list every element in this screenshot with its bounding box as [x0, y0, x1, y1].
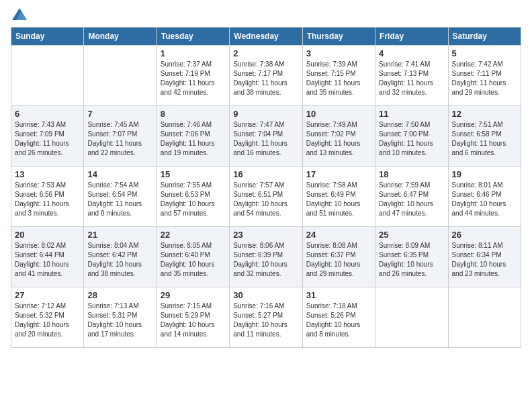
day-info: Sunrise: 7:58 AMSunset: 6:49 PMDaylight:… [306, 181, 371, 218]
day-info: Sunrise: 8:01 AMSunset: 6:46 PMDaylight:… [452, 181, 517, 218]
calendar-day-cell: 3Sunrise: 7:39 AMSunset: 7:15 PMDaylight… [302, 46, 375, 106]
calendar-day-cell: 14Sunrise: 7:54 AMSunset: 6:54 PMDayligh… [84, 167, 157, 227]
day-number: 28 [87, 290, 152, 300]
day-info: Sunrise: 7:59 AMSunset: 6:47 PMDaylight:… [379, 181, 444, 218]
calendar-day-cell: 28Sunrise: 7:13 AMSunset: 5:31 PMDayligh… [84, 287, 157, 348]
day-number: 22 [161, 230, 226, 240]
calendar-day-cell: 25Sunrise: 8:09 AMSunset: 6:35 PMDayligh… [375, 227, 448, 287]
day-number: 21 [87, 230, 152, 240]
day-number: 7 [87, 109, 152, 119]
day-info: Sunrise: 7:42 AMSunset: 7:11 PMDaylight:… [452, 60, 517, 97]
calendar-day-cell: 9Sunrise: 7:47 AMSunset: 7:04 PMDaylight… [230, 106, 302, 167]
day-number: 19 [452, 169, 517, 179]
calendar-day-cell: 4Sunrise: 7:41 AMSunset: 7:13 PMDaylight… [375, 46, 448, 106]
day-number: 27 [15, 290, 80, 300]
day-number: 2 [233, 48, 298, 58]
calendar-day-cell [84, 46, 157, 106]
day-info: Sunrise: 7:16 AMSunset: 5:27 PMDaylight:… [233, 302, 298, 339]
day-of-week-header: Wednesday [230, 28, 302, 46]
day-number: 4 [379, 48, 444, 58]
day-number: 3 [306, 48, 371, 58]
logo-icon [12, 8, 27, 20]
day-number: 29 [161, 290, 226, 300]
day-number: 11 [379, 109, 444, 119]
calendar-header-row: SundayMondayTuesdayWednesdayThursdayFrid… [11, 28, 521, 46]
calendar-week-row: 6Sunrise: 7:43 AMSunset: 7:09 PMDaylight… [11, 106, 521, 167]
day-info: Sunrise: 7:57 AMSunset: 6:51 PMDaylight:… [233, 181, 298, 218]
day-info: Sunrise: 8:04 AMSunset: 6:42 PMDaylight:… [87, 241, 152, 279]
calendar-day-cell: 1Sunrise: 7:37 AMSunset: 7:19 PMDaylight… [157, 46, 229, 106]
calendar-day-cell: 31Sunrise: 7:18 AMSunset: 5:26 PMDayligh… [302, 287, 375, 348]
day-info: Sunrise: 7:39 AMSunset: 7:15 PMDaylight:… [306, 60, 371, 97]
day-number: 1 [161, 48, 226, 58]
day-info: Sunrise: 7:15 AMSunset: 5:29 PMDaylight:… [161, 302, 226, 339]
day-number: 5 [452, 48, 517, 58]
day-number: 10 [306, 109, 371, 119]
calendar-day-cell: 22Sunrise: 8:05 AMSunset: 6:40 PMDayligh… [157, 227, 229, 287]
day-number: 8 [161, 109, 226, 119]
day-number: 31 [306, 290, 371, 300]
day-info: Sunrise: 7:50 AMSunset: 7:00 PMDaylight:… [379, 120, 444, 158]
day-info: Sunrise: 7:55 AMSunset: 6:53 PMDaylight:… [161, 181, 226, 218]
calendar-day-cell: 8Sunrise: 7:46 AMSunset: 7:06 PMDaylight… [157, 106, 229, 167]
day-info: Sunrise: 7:47 AMSunset: 7:04 PMDaylight:… [233, 120, 298, 158]
day-info: Sunrise: 8:02 AMSunset: 6:44 PMDaylight:… [15, 241, 80, 279]
day-info: Sunrise: 7:49 AMSunset: 7:02 PMDaylight:… [306, 120, 371, 158]
calendar-day-cell [448, 287, 521, 348]
calendar-day-cell: 11Sunrise: 7:50 AMSunset: 7:00 PMDayligh… [375, 106, 448, 167]
day-number: 15 [161, 169, 226, 179]
day-of-week-header: Tuesday [157, 28, 229, 46]
day-number: 9 [233, 109, 298, 119]
day-number: 12 [452, 109, 517, 119]
calendar-day-cell [11, 46, 84, 106]
calendar-day-cell: 23Sunrise: 8:06 AMSunset: 6:39 PMDayligh… [230, 227, 302, 287]
calendar-day-cell: 18Sunrise: 7:59 AMSunset: 6:47 PMDayligh… [375, 167, 448, 227]
day-info: Sunrise: 7:12 AMSunset: 5:32 PMDaylight:… [15, 302, 80, 339]
day-of-week-header: Saturday [448, 28, 521, 46]
day-info: Sunrise: 8:06 AMSunset: 6:39 PMDaylight:… [233, 241, 298, 279]
calendar-day-cell: 24Sunrise: 8:08 AMSunset: 6:37 PMDayligh… [302, 227, 375, 287]
day-info: Sunrise: 7:51 AMSunset: 6:58 PMDaylight:… [452, 120, 517, 158]
calendar-day-cell: 15Sunrise: 7:55 AMSunset: 6:53 PMDayligh… [157, 167, 229, 227]
day-of-week-header: Sunday [11, 28, 84, 46]
day-of-week-header: Monday [84, 28, 157, 46]
day-number: 6 [15, 109, 80, 119]
day-number: 24 [306, 230, 371, 240]
calendar-day-cell: 20Sunrise: 8:02 AMSunset: 6:44 PMDayligh… [11, 227, 84, 287]
calendar-day-cell: 13Sunrise: 7:53 AMSunset: 6:56 PMDayligh… [11, 167, 84, 227]
day-info: Sunrise: 7:37 AMSunset: 7:19 PMDaylight:… [161, 60, 226, 97]
day-info: Sunrise: 7:54 AMSunset: 6:54 PMDaylight:… [87, 181, 152, 218]
day-info: Sunrise: 8:08 AMSunset: 6:37 PMDaylight:… [306, 241, 371, 279]
calendar-day-cell: 7Sunrise: 7:45 AMSunset: 7:07 PMDaylight… [84, 106, 157, 167]
calendar-week-row: 1Sunrise: 7:37 AMSunset: 7:19 PMDaylight… [11, 46, 521, 106]
calendar-day-cell: 21Sunrise: 8:04 AMSunset: 6:42 PMDayligh… [84, 227, 157, 287]
calendar-day-cell: 5Sunrise: 7:42 AMSunset: 7:11 PMDaylight… [448, 46, 521, 106]
day-info: Sunrise: 8:05 AMSunset: 6:40 PMDaylight:… [161, 241, 226, 279]
day-info: Sunrise: 7:18 AMSunset: 5:26 PMDaylight:… [306, 302, 371, 339]
day-info: Sunrise: 7:41 AMSunset: 7:13 PMDaylight:… [379, 60, 444, 97]
calendar-day-cell: 19Sunrise: 8:01 AMSunset: 6:46 PMDayligh… [448, 167, 521, 227]
calendar-day-cell: 29Sunrise: 7:15 AMSunset: 5:29 PMDayligh… [157, 287, 229, 348]
calendar-day-cell: 16Sunrise: 7:57 AMSunset: 6:51 PMDayligh… [230, 167, 302, 227]
day-number: 13 [15, 169, 80, 179]
day-number: 14 [87, 169, 152, 179]
calendar-day-cell: 2Sunrise: 7:38 AMSunset: 7:17 PMDaylight… [230, 46, 302, 106]
day-number: 18 [379, 169, 444, 179]
day-number: 26 [452, 230, 517, 240]
day-of-week-header: Friday [375, 28, 448, 46]
calendar-day-cell: 6Sunrise: 7:43 AMSunset: 7:09 PMDaylight… [11, 106, 84, 167]
day-number: 23 [233, 230, 298, 240]
calendar-day-cell: 26Sunrise: 8:11 AMSunset: 6:34 PMDayligh… [448, 227, 521, 287]
calendar-day-cell: 10Sunrise: 7:49 AMSunset: 7:02 PMDayligh… [302, 106, 375, 167]
calendar-week-row: 20Sunrise: 8:02 AMSunset: 6:44 PMDayligh… [11, 227, 521, 287]
logo [11, 11, 27, 20]
page-header [11, 11, 521, 20]
calendar-week-row: 27Sunrise: 7:12 AMSunset: 5:32 PMDayligh… [11, 287, 521, 348]
day-number: 25 [379, 230, 444, 240]
calendar-day-cell [375, 287, 448, 348]
day-info: Sunrise: 7:38 AMSunset: 7:17 PMDaylight:… [233, 60, 298, 97]
day-info: Sunrise: 7:45 AMSunset: 7:07 PMDaylight:… [87, 120, 152, 158]
calendar-day-cell: 12Sunrise: 7:51 AMSunset: 6:58 PMDayligh… [448, 106, 521, 167]
calendar-week-row: 13Sunrise: 7:53 AMSunset: 6:56 PMDayligh… [11, 167, 521, 227]
calendar-day-cell: 30Sunrise: 7:16 AMSunset: 5:27 PMDayligh… [230, 287, 302, 348]
